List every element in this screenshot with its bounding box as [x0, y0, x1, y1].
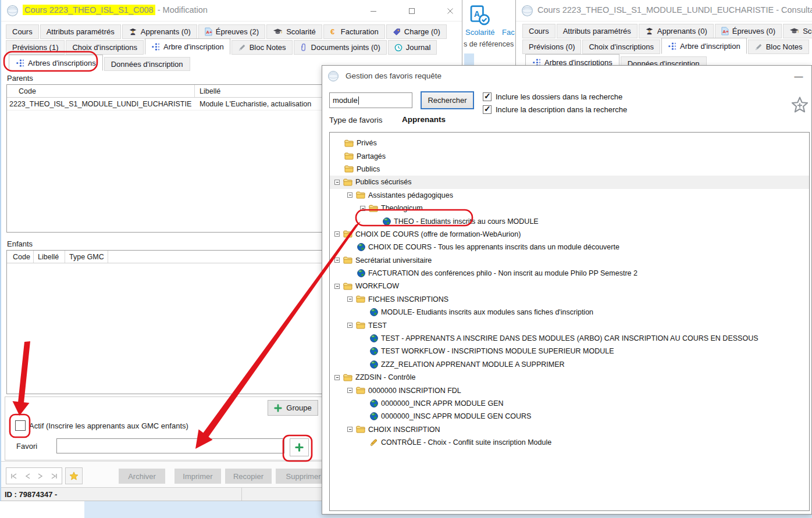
tree-item-test-workflow-inscriptions-module-superieu[interactable]: TEST WORKFLOW - INSCRIPTIONS MODULE SUPE…: [330, 345, 809, 358]
tree-item-choix-de-cours-offre-de-formation-webaurio[interactable]: CHOIX DE COURS (offre de formation-WebAu…: [330, 228, 809, 241]
dialog-minimize-icon[interactable]: —: [793, 70, 804, 81]
tree-item-fiches-inscriptions[interactable]: FICHES INSCRIPTIONS: [330, 293, 809, 306]
tree-item-choix-inscription[interactable]: CHOIX INSCRIPTION: [330, 423, 809, 436]
collapse-toggle-icon[interactable]: [347, 296, 352, 302]
favorite-button[interactable]: [65, 467, 83, 484]
tree-item-publics-s-curis-s[interactable]: Publics sécurisés: [330, 176, 809, 188]
collapse-toggle-icon[interactable]: [347, 388, 352, 393]
tab-donn-es-d-inscription[interactable]: Données d'inscription: [104, 57, 190, 71]
tree-item-assistantes-p-dagogiques[interactable]: Assistantes pédagogiques: [330, 189, 809, 202]
tree-item-label: CHOIX DE COURS (offre de formation-WebAu…: [355, 230, 521, 238]
star-plus-icon[interactable]: [790, 95, 810, 116]
tree-item-priv-s[interactable]: Privés: [330, 137, 809, 149]
collapse-toggle-icon[interactable]: [347, 323, 352, 328]
tree-item-test[interactable]: TEST: [330, 319, 809, 331]
tree-item-theo-etudiants-inscrits-au-cours-module[interactable]: THEO - Etudiants inscrits au cours MODUL…: [330, 215, 809, 227]
minimize-button[interactable]: [362, 3, 385, 19]
include-description-option[interactable]: ✓ Inclure la description dans la recherc…: [483, 105, 627, 114]
include-folders-option[interactable]: ✓ Inclure les dossiers dans la recherche: [483, 92, 622, 101]
collapse-toggle-icon[interactable]: [347, 192, 352, 198]
tree-item-partag-s[interactable]: Partagés: [330, 149, 809, 162]
tab-apprenants-0[interactable]: Apprenants (0): [639, 24, 714, 38]
tab-scolarit[interactable]: Scolarité: [266, 24, 322, 39]
actif-checkbox[interactable]: [15, 420, 26, 431]
rechercher-button[interactable]: Rechercher: [421, 91, 474, 109]
tree-item-label: Privés: [357, 139, 377, 147]
favorites-tree[interactable]: PrivésPartagésPublicsPublics sécurisésAs…: [329, 132, 810, 511]
nav-prev-icon[interactable]: [25, 473, 31, 480]
tab-charge-0[interactable]: Charge (0): [386, 24, 447, 39]
tab-cours[interactable]: Cours: [6, 24, 39, 39]
maximize-button[interactable]: [400, 3, 423, 19]
tab-bloc-notes[interactable]: Bloc Notes: [748, 40, 809, 54]
tab-choix-d-inscriptions[interactable]: Choix d'inscriptions: [582, 40, 660, 54]
tab-preuves-0[interactable]: A+Épreuves (0): [715, 24, 782, 38]
tab-facturation[interactable]: €Facturation: [323, 24, 385, 39]
checkbox-checked-icon[interactable]: ✓: [483, 105, 492, 114]
nav-next-icon[interactable]: [37, 473, 43, 480]
main-titlebar[interactable]: Cours 2223_THEO_ISL_S1_C008 - Modificati…: [1, 0, 462, 22]
app-logo-icon: [521, 5, 533, 17]
archiver-button[interactable]: Archiver: [119, 469, 165, 484]
column-header-libelle[interactable]: Libellé: [34, 251, 65, 263]
tab-apprenants-0[interactable]: Apprenants (0): [122, 24, 197, 39]
tree-item-contr-le-choix-conflit-suite-inscription-m[interactable]: CONTRÔLE - Choix - Conflit suite inscrip…: [330, 436, 809, 449]
tab-pr-visions-0[interactable]: Prévisions (0): [522, 40, 581, 54]
ribbon-label-scolarite[interactable]: Scolarité: [465, 28, 495, 37]
globe-icon: [370, 334, 378, 342]
tab-bloc-notes[interactable]: Bloc Notes: [232, 40, 293, 55]
tab-documents-joints-0[interactable]: Documents joints (0): [294, 40, 387, 55]
favori-input[interactable]: [56, 438, 284, 453]
favorites-search-input[interactable]: module: [329, 92, 412, 108]
tree-item-choix-de-cours-tous-les-apprenants-inscrit[interactable]: CHOIX DE COURS - Tous les apprenants ins…: [330, 241, 809, 253]
collapse-toggle-icon[interactable]: [334, 375, 340, 380]
tab-arbres-d-inscriptions[interactable]: Arbres d'inscriptions: [9, 55, 103, 71]
tree-item-publics[interactable]: Publics: [330, 163, 809, 176]
secondary-titlebar[interactable]: Cours 2223_THEO_ISL_S1_MODULE_LUNDI_EUCH…: [516, 0, 812, 22]
tree-item-zzdsin-contr-le[interactable]: ZZDSIN - Contrôle: [330, 371, 809, 384]
tree-item-test-apprenants-a-inscrire-dans-des-module[interactable]: TEST - APPRENANTS A INSCRIRE DANS DES MO…: [330, 332, 809, 345]
imprimer-button[interactable]: Imprimer: [174, 469, 221, 484]
favori-add-button[interactable]: [290, 438, 309, 456]
tab-cours[interactable]: Cours: [522, 24, 555, 38]
close-button[interactable]: [439, 3, 462, 19]
tab-attributs-param-tr-s[interactable]: Attributs paramétrés: [40, 24, 121, 39]
collapse-toggle-icon[interactable]: [334, 258, 340, 263]
column-header-code[interactable]: Code: [7, 251, 34, 263]
tree-item-workflow[interactable]: WORKFLOW: [330, 280, 809, 292]
collapse-toggle-icon[interactable]: [334, 284, 340, 289]
tree-item-0000000-inscription-fdl[interactable]: 0000000 INSCRIPTION FDL: [330, 384, 809, 396]
tab-choix-d-inscriptions[interactable]: Choix d'inscriptions: [66, 40, 144, 55]
mortarboard-icon: [789, 27, 799, 35]
tab-arbre-d-inscription[interactable]: Arbre d'inscription: [145, 38, 230, 55]
tree-item-theologicum[interactable]: Theologicum: [330, 202, 809, 215]
tab-arbre-d-inscription[interactable]: Arbre d'inscription: [661, 38, 747, 54]
tree-item-label: TEST WORKFLOW - INSCRIPTIONS MODULE SUPE…: [381, 347, 614, 355]
tab-preuves-2[interactable]: A+Épreuves (2): [198, 24, 265, 39]
tree-item-module-etudiants-inscrits-aux-modules-sans[interactable]: MODULE- Etudiants inscrits aux modules s…: [330, 306, 809, 319]
column-header-code[interactable]: Code: [7, 85, 195, 97]
dialog-titlebar[interactable]: Gestion des favoris requête —: [322, 66, 811, 87]
tab-pr-visions-1[interactable]: Prévisions (1): [6, 40, 65, 55]
tab-attributs-param-tr-s[interactable]: Attributs paramétrés: [557, 24, 638, 38]
tree-item-0000000-incr-appr-module-gen[interactable]: 0000000_INCR APPR MODULE GEN: [330, 397, 809, 410]
nav-first-icon[interactable]: [10, 473, 18, 480]
type-favoris-value[interactable]: Apprenants: [402, 115, 446, 124]
collapse-toggle-icon[interactable]: [347, 427, 352, 432]
add-groupe-button[interactable]: Groupe: [268, 400, 318, 416]
tree-item-zzz-relation-apprenant-module-a-supprimer[interactable]: ZZZ_RELATION APPRENANT MODULE A SUPPRIME…: [330, 358, 809, 371]
collapse-toggle-icon[interactable]: [334, 180, 340, 185]
collapse-toggle-icon[interactable]: [334, 231, 340, 237]
nav-last-icon[interactable]: [50, 473, 58, 480]
tree-item-0000000-insc-appr-module-gen-cours[interactable]: 0000000_INSC APPR MODULE GEN COURS: [330, 410, 809, 423]
tree-item-facturation-des-conf-rences-philo-non-insc[interactable]: FACTURATION des conférences philo - Non …: [330, 267, 809, 280]
column-header-type-gmc[interactable]: Type GMC: [65, 251, 108, 263]
folder-icon: [343, 283, 352, 290]
tab-journal[interactable]: Journal: [388, 40, 437, 55]
ribbon-label-fac[interactable]: Fac: [502, 28, 515, 37]
collapse-toggle-icon[interactable]: [360, 206, 365, 211]
tree-item-secr-tariat-universitaire[interactable]: Secrétariat universitaire: [330, 254, 809, 267]
checkbox-checked-icon[interactable]: ✓: [483, 92, 492, 101]
tab-scolarit[interactable]: Scolarité: [783, 24, 812, 38]
recopier-button[interactable]: Recopier: [225, 469, 272, 484]
